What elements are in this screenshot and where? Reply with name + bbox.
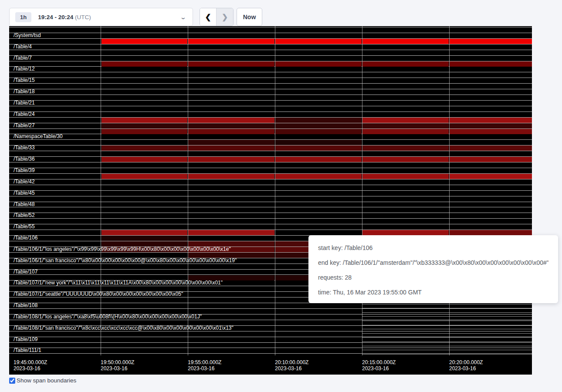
heat-band	[188, 118, 274, 123]
key-span-label: /Table/107	[14, 269, 37, 275]
chevron-down-icon: ⌄	[180, 14, 186, 20]
axis-tick-time: 20:10:00.000Z	[275, 359, 308, 365]
heat-band	[188, 129, 274, 134]
key-span-label: /Table/33	[14, 145, 35, 151]
heat-band	[102, 247, 187, 252]
axis-tick-date: 2023-03-16	[362, 365, 396, 372]
heat-band	[362, 118, 449, 123]
time-range-duration-chip: 1h	[15, 12, 31, 22]
heat-band	[275, 129, 362, 134]
axis-tick: 19:50:00.000Z2023-03-16	[101, 359, 134, 372]
key-span-label: /Table/108/1/"los angeles"/"\xa8\xf5\u00…	[14, 314, 202, 320]
heat-band	[188, 247, 274, 252]
time-range-zone: (UTC)	[75, 14, 91, 20]
key-span-label: /Table/107/1/"new york"/"\x11\x11\x11\x1…	[14, 280, 223, 286]
heat-band	[102, 157, 187, 162]
heat-band	[102, 129, 187, 134]
heat-band	[188, 275, 274, 280]
next-range-button[interactable]: ❯	[217, 8, 233, 26]
heat-band	[275, 174, 362, 179]
show-span-boundaries-checkbox[interactable]	[9, 378, 15, 384]
heat-band	[188, 157, 274, 162]
key-span-label: /Table/106/1/"los angeles"/"\x99\x99\x99…	[14, 247, 231, 252]
heat-band	[188, 145, 274, 151]
key-span-label: /Table/106	[14, 235, 37, 241]
axis-tick: 20:20:00.000Z2023-03-16	[449, 359, 483, 372]
axis-tick: 19:45:00.000Z2023-03-16	[14, 359, 47, 372]
heat-band	[188, 174, 274, 179]
heat-band	[362, 39, 449, 44]
heat-band	[275, 145, 362, 151]
heat-band	[102, 118, 187, 123]
heat-band	[450, 157, 532, 162]
heat-band	[188, 253, 274, 258]
axis-tick: 20:10:00.000Z2023-03-16	[275, 359, 308, 372]
heat-band	[188, 241, 274, 247]
key-span-label: /Table/111/1	[14, 348, 41, 353]
time-range-select[interactable]: 1h 19:24 - 20:24 (UTC) ⌄	[9, 8, 193, 26]
heat-band	[362, 174, 449, 179]
heat-band	[188, 39, 274, 44]
time-gridline	[449, 26, 450, 355]
axis-tick-date: 2023-03-16	[275, 365, 308, 372]
heat-band	[102, 174, 187, 179]
now-button[interactable]: Now	[237, 8, 262, 26]
tooltip-start-key: start key: /Table/106	[318, 240, 548, 255]
axis-tick: 19:55:00.000Z2023-03-16	[188, 359, 221, 372]
span-boundary-lines	[9, 27, 532, 356]
heat-band	[275, 118, 362, 123]
key-span-label: /Table/52	[14, 213, 35, 218]
chevron-right-icon: ❯	[222, 13, 228, 22]
heat-band	[450, 39, 532, 44]
show-span-boundaries-label[interactable]: Show span boundaries	[17, 377, 76, 384]
heat-band	[450, 129, 532, 134]
axis-tick-date: 2023-03-16	[188, 365, 221, 372]
heat-band	[102, 236, 187, 241]
key-span-label: /System/tsd	[14, 33, 41, 38]
axis-tick-time: 19:50:00.000Z	[101, 359, 134, 365]
span-boundary-lines-dense	[362, 300, 532, 355]
axis-tick: 20:15:00.000Z2023-03-16	[362, 359, 396, 372]
key-span-label: /Table/42	[14, 179, 35, 185]
tooltip-time: time: Thu, 16 Mar 2023 19:55:00 GMT	[318, 285, 548, 300]
axis-tick-date: 2023-03-16	[101, 365, 134, 372]
prev-range-button[interactable]: ❮	[200, 8, 217, 26]
key-span-label: /Table/45	[14, 190, 35, 196]
time-nav-group: ❮ ❯	[200, 8, 234, 26]
heat-band	[275, 123, 362, 128]
key-span-label: /Table/27	[14, 123, 35, 128]
key-span-label: /Table/107/1/"seattle"/"UUUUUUD\x00\x80\…	[14, 291, 183, 297]
key-span-label: /Table/108	[14, 303, 37, 308]
axis-tick-date: 2023-03-16	[449, 365, 483, 372]
heat-band	[102, 230, 187, 235]
axis-tick-time: 20:15:00.000Z	[362, 359, 396, 365]
key-span-label: /Table/18	[14, 89, 35, 95]
heat-band	[362, 129, 449, 134]
tooltip-end-key: end key: /Table/106/1/"amsterdam"/"\xb33…	[318, 255, 548, 270]
heat-band	[188, 123, 274, 128]
key-span-label: /Table/106/1/"san francisco"/"\x80\x00\x…	[14, 258, 237, 264]
heat-band	[275, 39, 362, 44]
key-span-label: /Table/15	[14, 78, 35, 83]
heat-band	[450, 145, 532, 151]
heat-band	[188, 230, 274, 235]
bucket-tooltip: start key: /Table/106 end key: /Table/10…	[308, 235, 558, 303]
heat-band	[450, 118, 532, 123]
key-span-label: /Table/7	[14, 55, 32, 61]
axis-tick-time: 20:20:00.000Z	[449, 359, 483, 365]
heat-band	[362, 157, 449, 162]
heat-band	[102, 145, 187, 151]
time-gridline	[362, 26, 362, 355]
axis-tick-date: 2023-03-16	[14, 365, 47, 372]
key-span-label: /Table/48	[14, 202, 35, 207]
heat-band	[450, 230, 532, 235]
heat-band	[102, 39, 187, 44]
heat-band	[362, 123, 449, 128]
key-visualizer-canvas[interactable]: /System/tsd/Table/4/Table/7/Table/12/Tab…	[9, 26, 532, 375]
key-span-label: /Table/36	[14, 156, 35, 162]
axis-tick-time: 19:45:00.000Z	[14, 359, 47, 365]
key-span-label: /Table/4	[14, 44, 32, 50]
key-span-label: /Table/39	[14, 168, 35, 173]
heat-band	[102, 61, 187, 67]
key-span-label: /Table/109	[14, 337, 37, 342]
